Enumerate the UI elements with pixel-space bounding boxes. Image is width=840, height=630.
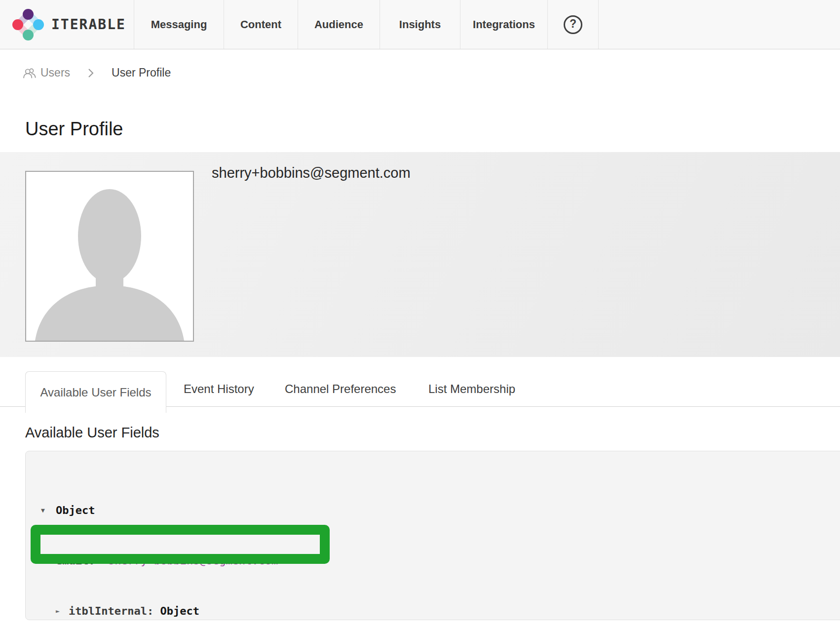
json-nested-object: Object xyxy=(160,603,199,620)
help-button[interactable]: ? xyxy=(548,0,599,49)
iterable-logo[interactable]: ITERABLE xyxy=(0,0,134,49)
breadcrumb-current: User Profile xyxy=(112,66,171,79)
json-line-email: email: "sherry+bobbins@segment.com" xyxy=(56,552,362,569)
json-value: "sherry+bobbins@segment.com" xyxy=(102,552,285,569)
page-title: User Profile xyxy=(25,118,123,140)
nav-item-integrations[interactable]: Integrations xyxy=(460,0,548,49)
json-root-object: Object xyxy=(56,502,95,519)
json-key: email: xyxy=(56,552,102,569)
user-email: sherry+bobbins@segment.com xyxy=(212,165,411,181)
json-line-itbl-internal: ►itblInternal: Object xyxy=(56,603,362,620)
section-heading: Available User Fields xyxy=(25,425,159,441)
breadcrumb-users-link[interactable]: Users xyxy=(40,66,70,79)
nav-item-messaging[interactable]: Messaging xyxy=(134,0,224,49)
chevron-right-icon xyxy=(88,68,94,78)
tab-event-history[interactable]: Event History xyxy=(184,382,254,396)
avatar-placeholder-icon xyxy=(26,172,193,341)
help-icon: ? xyxy=(564,15,582,34)
nav-item-audience[interactable]: Audience xyxy=(298,0,380,49)
tab-list-membership[interactable]: List Membership xyxy=(428,382,515,396)
caret-down-icon[interactable]: ▼ xyxy=(41,502,56,519)
tab-channel-preferences[interactable]: Channel Preferences xyxy=(285,382,396,396)
users-icon xyxy=(23,67,37,79)
caret-right-icon[interactable]: ► xyxy=(56,603,69,620)
iterable-diamond-icon xyxy=(12,8,44,41)
avatar xyxy=(25,171,194,342)
json-line-root: ▼Object xyxy=(41,502,362,519)
breadcrumb: Users User Profile xyxy=(23,66,171,79)
brand-name: ITERABLE xyxy=(51,16,126,33)
top-navigation-bar: ITERABLE Messaging Content Audience Insi… xyxy=(0,0,840,49)
nav-item-insights[interactable]: Insights xyxy=(380,0,460,49)
profile-hero-section: sherry+bobbins@segment.com xyxy=(0,152,840,357)
nav-item-content[interactable]: Content xyxy=(224,0,298,49)
tab-available-user-fields[interactable]: Available User Fields xyxy=(25,371,166,413)
json-tree: ▼Object email: "sherry+bobbins@segment.c… xyxy=(41,469,362,630)
json-key: itblInternal: xyxy=(69,603,160,620)
user-fields-json-panel: ▼Object email: "sherry+bobbins@segment.c… xyxy=(25,451,840,620)
